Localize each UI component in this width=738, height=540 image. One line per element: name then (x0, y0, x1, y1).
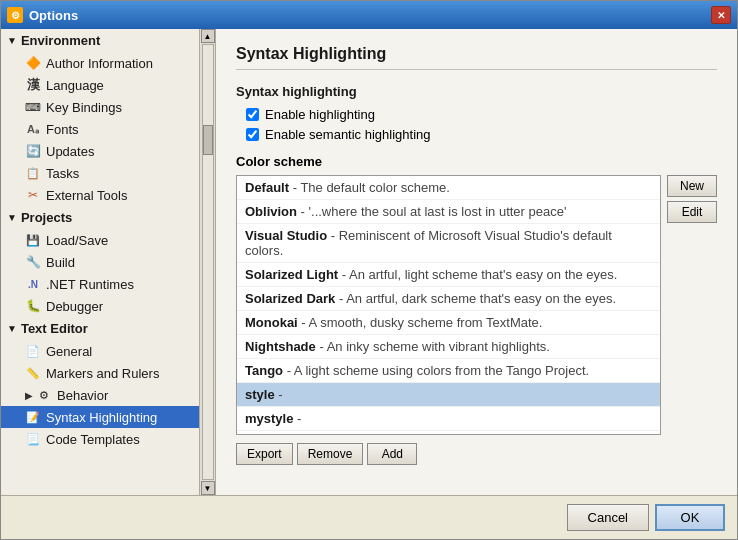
enable-semantic-label: Enable semantic highlighting (265, 127, 431, 142)
fonts-label: Fonts (46, 122, 79, 137)
enable-semantic-row: Enable semantic highlighting (246, 127, 717, 142)
code-templates-label: Code Templates (46, 432, 140, 447)
behavior-icon: ⚙ (36, 387, 52, 403)
scheme-nightshade[interactable]: Nightshade - An inky scheme with vibrant… (237, 335, 660, 359)
main-content: ▼ Environment 🔶 Author Information 漢 Lan… (1, 29, 737, 495)
edit-button[interactable]: Edit (667, 201, 717, 223)
author-info-icon: 🔶 (25, 55, 41, 71)
key-bindings-icon: ⌨ (25, 99, 41, 115)
sidebar-item-fonts[interactable]: Aₐ Fonts (1, 118, 199, 140)
projects-arrow: ▼ (7, 212, 17, 223)
scheme-solarized-light[interactable]: Solarized Light - An artful, light schem… (237, 263, 660, 287)
sidebar-item-code-templates[interactable]: 📃 Code Templates (1, 428, 199, 450)
color-scheme-header: Color scheme (236, 154, 717, 169)
external-tools-label: External Tools (46, 188, 127, 203)
window-icon: ⚙ (7, 7, 23, 23)
remove-button[interactable]: Remove (297, 443, 364, 465)
sidebar-item-behavior[interactable]: ▶ ⚙ Behavior (1, 384, 199, 406)
new-button[interactable]: New (667, 175, 717, 197)
sidebar-item-syntax-highlighting[interactable]: 📝 Syntax Highlighting (1, 406, 199, 428)
scheme-monokai[interactable]: Monokai - A smooth, dusky scheme from Te… (237, 311, 660, 335)
scheme-list[interactable]: Default - The default color scheme. Obli… (236, 175, 661, 435)
sidebar-scrollbar[interactable]: ▲ ▼ (199, 29, 215, 495)
bottom-buttons: Export Remove Add (236, 443, 717, 465)
environment-arrow: ▼ (7, 35, 17, 46)
environment-label: Environment (21, 33, 100, 48)
sidebar-item-tasks[interactable]: 📋 Tasks (1, 162, 199, 184)
sidebar-item-load-save[interactable]: 💾 Load/Save (1, 229, 199, 251)
sidebar: ▼ Environment 🔶 Author Information 漢 Lan… (1, 29, 216, 495)
enable-semantic-checkbox[interactable] (246, 128, 259, 141)
scroll-thumb[interactable] (203, 125, 213, 155)
window-title: Options (29, 8, 711, 23)
text-editor-label: Text Editor (21, 321, 88, 336)
sidebar-group-text-editor[interactable]: ▼ Text Editor (1, 317, 199, 340)
tasks-label: Tasks (46, 166, 79, 181)
key-bindings-label: Key Bindings (46, 100, 122, 115)
load-save-label: Load/Save (46, 233, 108, 248)
tree-section: ▼ Environment 🔶 Author Information 漢 Lan… (1, 29, 215, 450)
updates-label: Updates (46, 144, 94, 159)
scheme-oblivion[interactable]: Oblivion - '...where the soul at last is… (237, 200, 660, 224)
scroll-down-btn[interactable]: ▼ (201, 481, 215, 495)
external-tools-icon: ✂ (25, 187, 41, 203)
scheme-style[interactable]: style - (237, 383, 660, 407)
sidebar-item-language[interactable]: 漢 Language (1, 74, 199, 96)
export-button[interactable]: Export (236, 443, 293, 465)
options-window: ⚙ Options ✕ ▼ Environment 🔶 Author Infor… (0, 0, 738, 540)
scheme-solarized-dark[interactable]: Solarized Dark - An artful, dark scheme … (237, 287, 660, 311)
sidebar-item-updates[interactable]: 🔄 Updates (1, 140, 199, 162)
general-icon: 📄 (25, 343, 41, 359)
ok-button[interactable]: OK (655, 504, 725, 531)
text-editor-arrow: ▼ (7, 323, 17, 334)
scheme-tango[interactable]: Tango - A light scheme using colors from… (237, 359, 660, 383)
scheme-visual-studio[interactable]: Visual Studio - Reminiscent of Microsoft… (237, 224, 660, 263)
scroll-up-btn[interactable]: ▲ (201, 29, 215, 43)
scroll-track (202, 44, 214, 480)
dotnet-runtimes-icon: .N (25, 276, 41, 292)
code-templates-icon: 📃 (25, 431, 41, 447)
behavior-expand-icon: ▶ (25, 390, 33, 401)
build-icon: 🔧 (25, 254, 41, 270)
sidebar-item-general[interactable]: 📄 General (1, 340, 199, 362)
syntax-highlighting-label: Syntax Highlighting (46, 410, 157, 425)
fonts-icon: Aₐ (25, 121, 41, 137)
updates-icon: 🔄 (25, 143, 41, 159)
cancel-button[interactable]: Cancel (567, 504, 649, 531)
enable-highlighting-checkbox[interactable] (246, 108, 259, 121)
sidebar-item-markers-rulers[interactable]: 📏 Markers and Rulers (1, 362, 199, 384)
author-info-label: Author Information (46, 56, 153, 71)
close-button[interactable]: ✕ (711, 6, 731, 24)
add-button[interactable]: Add (367, 443, 417, 465)
debugger-icon: 🐛 (25, 298, 41, 314)
sidebar-item-external-tools[interactable]: ✂ External Tools (1, 184, 199, 206)
sidebar-item-author-info[interactable]: 🔶 Author Information (1, 52, 199, 74)
sidebar-item-debugger[interactable]: 🐛 Debugger (1, 295, 199, 317)
scheme-default[interactable]: Default - The default color scheme. (237, 176, 660, 200)
dotnet-runtimes-label: .NET Runtimes (46, 277, 134, 292)
markers-rulers-label: Markers and Rulers (46, 366, 159, 381)
tasks-icon: 📋 (25, 165, 41, 181)
load-save-icon: 💾 (25, 232, 41, 248)
behavior-label: Behavior (57, 388, 108, 403)
scheme-mystyle[interactable]: mystyle - (237, 407, 660, 431)
main-panel: Syntax Highlighting Syntax highlighting … (216, 29, 737, 495)
footer: Cancel OK (1, 495, 737, 539)
left-buttons: Export Remove Add (236, 443, 417, 465)
enable-highlighting-label: Enable highlighting (265, 107, 375, 122)
syntax-highlighting-icon: 📝 (25, 409, 41, 425)
language-label: Language (46, 78, 104, 93)
sidebar-item-dotnet-runtimes[interactable]: .N .NET Runtimes (1, 273, 199, 295)
sidebar-group-environment[interactable]: ▼ Environment (1, 29, 199, 52)
build-label: Build (46, 255, 75, 270)
sidebar-item-key-bindings[interactable]: ⌨ Key Bindings (1, 96, 199, 118)
panel-title: Syntax Highlighting (236, 45, 717, 70)
color-scheme-section: Color scheme Default - The default color… (236, 154, 717, 465)
sidebar-group-projects[interactable]: ▼ Projects (1, 206, 199, 229)
debugger-label: Debugger (46, 299, 103, 314)
projects-label: Projects (21, 210, 72, 225)
sidebar-item-build[interactable]: 🔧 Build (1, 251, 199, 273)
markers-rulers-icon: 📏 (25, 365, 41, 381)
scheme-side-buttons: New Edit (667, 175, 717, 435)
scheme-container: Default - The default color scheme. Obli… (236, 175, 717, 435)
